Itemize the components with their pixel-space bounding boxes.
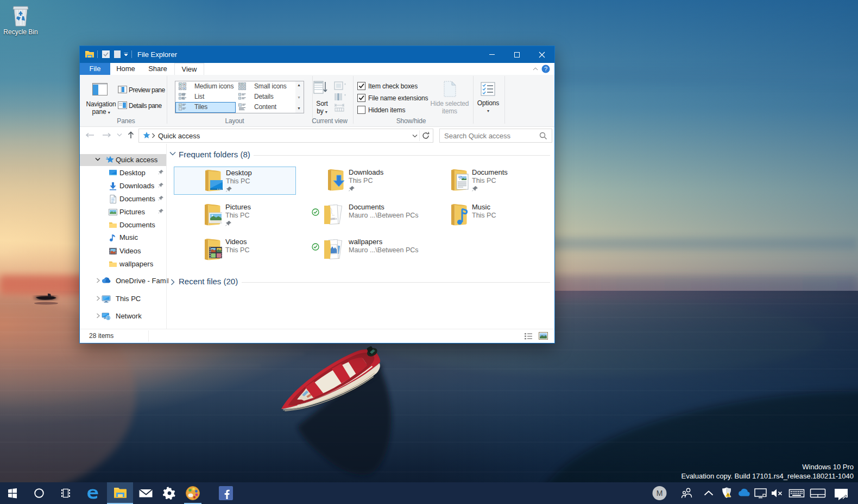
svg-text:DOCX: DOCX: [331, 218, 337, 221]
svg-text:M: M: [657, 489, 663, 497]
svg-text:?: ?: [544, 66, 547, 72]
